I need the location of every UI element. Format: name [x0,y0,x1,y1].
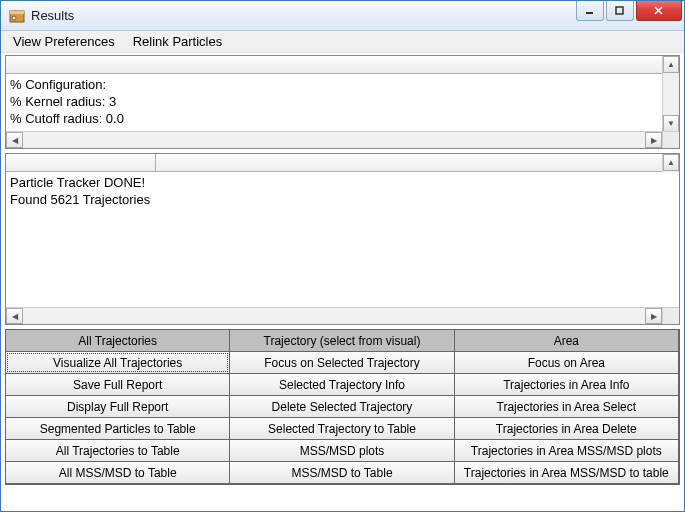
scroll-right-icon[interactable]: ▶ [645,308,662,324]
focus-on-area-button[interactable]: Focus on Area [454,351,679,374]
maximize-button[interactable] [606,1,634,21]
delete-selected-trajectory-button[interactable]: Delete Selected Trajectory [229,395,454,418]
scroll-corner [662,132,679,148]
window-title: Results [31,8,574,23]
selected-trajectory-to-table-button[interactable]: Selected Trajectory to Table [229,417,454,440]
scroll-left-icon[interactable]: ◀ [6,132,23,148]
scroll-down-icon[interactable]: ▼ [663,115,679,132]
col-header-all: All Trajectories [5,329,230,352]
config-header-bar [6,56,679,74]
menu-relink-particles[interactable]: Relink Particles [129,32,227,51]
col-header-trajectory: Trajectory (select from visual) [229,329,454,352]
minimize-button[interactable] [576,1,604,21]
trajectories-in-area-select-button[interactable]: Trajectories in Area Select [454,395,679,418]
output-header-bar [6,154,679,172]
trajectories-in-area-mss-msd-plots-button[interactable]: Trajectories in Area MSS/MSD plots [454,439,679,462]
save-full-report-button[interactable]: Save Full Report [5,373,230,396]
hscroll-track[interactable] [23,132,645,148]
svg-point-2 [12,16,16,20]
mss-msd-plots-button[interactable]: MSS/MSD plots [229,439,454,462]
config-pane: % Configuration: % Kernel radius: 3 % Cu… [5,55,680,149]
output-text[interactable]: Particle Tracker DONE! Found 5621 Trajec… [6,172,679,324]
svg-rect-4 [616,7,623,14]
app-icon [9,8,25,24]
trajectories-in-area-delete-button[interactable]: Trajectories in Area Delete [454,417,679,440]
hscroll-track[interactable] [23,308,645,324]
focus-selected-trajectory-button[interactable]: Focus on Selected Trajectory [229,351,454,374]
all-trajectories-to-table-button[interactable]: All Trajectories to Table [5,439,230,462]
scroll-corner [662,308,679,324]
output-pane: Particle Tracker DONE! Found 5621 Trajec… [5,153,680,325]
segmented-particles-to-table-button[interactable]: Segmented Particles to Table [5,417,230,440]
trajectories-in-area-info-button[interactable]: Trajectories in Area Info [454,373,679,396]
output-vscroll[interactable]: ▲ [662,154,679,172]
scroll-up-icon[interactable]: ▲ [663,154,679,171]
mss-msd-to-table-button[interactable]: MSS/MSD to Table [229,461,454,484]
titlebar: Results [1,1,684,31]
close-button[interactable] [636,1,682,21]
trajectories-in-area-mss-msd-to-table-button[interactable]: Trajectories in Area MSS/MSD to table [454,461,679,484]
menubar: View Preferences Relink Particles [1,31,684,53]
output-header-col [6,154,156,171]
results-window: Results View Preferences Relink Particle… [0,0,685,512]
scroll-left-icon[interactable]: ◀ [6,308,23,324]
window-controls [574,1,682,21]
output-hscroll[interactable]: ◀ ▶ [6,307,679,324]
col-header-area: Area [454,329,679,352]
visualize-all-trajectories-button[interactable]: Visualize All Trajectories [5,351,230,374]
scroll-up-icon[interactable]: ▲ [663,56,679,73]
display-full-report-button[interactable]: Display Full Report [5,395,230,418]
action-grid: All Trajectories Trajectory (select from… [5,329,680,485]
config-hscroll[interactable]: ◀ ▶ [6,131,679,148]
svg-rect-1 [10,11,24,14]
menu-view-preferences[interactable]: View Preferences [9,32,119,51]
selected-trajectory-info-button[interactable]: Selected Trajectory Info [229,373,454,396]
config-vscroll[interactable]: ▲ ▼ [662,56,679,132]
scroll-right-icon[interactable]: ▶ [645,132,662,148]
all-mss-msd-to-table-button[interactable]: All MSS/MSD to Table [5,461,230,484]
